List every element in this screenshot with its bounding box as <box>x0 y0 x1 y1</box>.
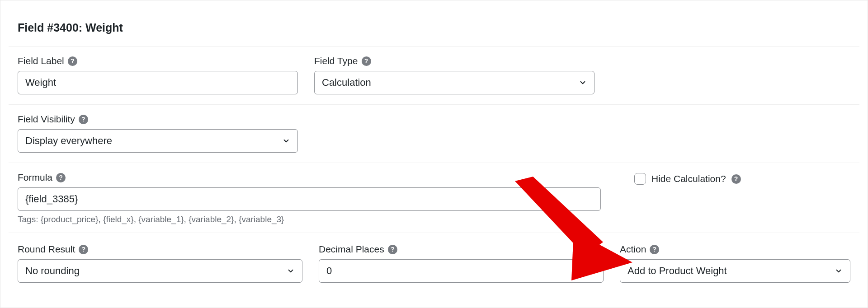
row-visibility: Field Visibility ? Display everywhere <box>9 105 859 153</box>
group-hide-calculation: Hide Calculation? ? <box>617 172 850 185</box>
field-visibility-select[interactable]: Display everywhere <box>18 129 298 153</box>
chevron-down-icon <box>835 267 843 275</box>
row-label-type: Field Label ? Field Type ? Calculation <box>9 47 859 94</box>
select-value: No rounding <box>25 265 80 277</box>
help-icon[interactable]: ? <box>388 245 397 254</box>
help-icon[interactable]: ? <box>362 56 371 66</box>
help-icon[interactable]: ? <box>79 115 88 124</box>
group-field-label: Field Label ? <box>18 56 298 94</box>
help-icon[interactable]: ? <box>650 245 659 254</box>
chevron-down-icon <box>287 267 295 275</box>
help-icon[interactable]: ? <box>731 174 741 184</box>
formula-input[interactable] <box>18 187 601 211</box>
label-text: Action <box>620 244 646 255</box>
label-text: Formula <box>18 172 52 183</box>
field-type-select[interactable]: Calculation <box>314 71 594 94</box>
help-icon[interactable]: ? <box>68 56 77 66</box>
select-value: Add to Product Weight <box>627 265 727 277</box>
label-action: Action ? <box>620 244 850 255</box>
group-round-result: Round Result ? No rounding <box>18 244 302 283</box>
row-round-decimal-action: Round Result ? No rounding Decimal Place… <box>9 233 859 283</box>
label-field-type: Field Type ? <box>314 56 594 66</box>
field-settings-panel: Field #3400: Weight Field Label ? Field … <box>0 0 868 308</box>
group-decimal-places: Decimal Places ? <box>319 244 604 283</box>
label-round-result: Round Result ? <box>18 244 302 255</box>
group-field-type: Field Type ? Calculation <box>314 56 594 94</box>
chevron-down-icon <box>579 79 587 87</box>
label-field-label: Field Label ? <box>18 56 298 66</box>
field-label-input[interactable] <box>18 71 298 94</box>
hide-calculation-label: Hide Calculation? <box>651 173 726 184</box>
row-formula: Formula ? Tags: {product_price}, {field_… <box>9 163 859 233</box>
label-text: Field Type <box>314 56 358 66</box>
chevron-down-icon <box>282 137 290 145</box>
label-text: Round Result <box>18 244 75 255</box>
hide-calculation-checkbox[interactable] <box>634 173 646 185</box>
group-action: Action ? Add to Product Weight <box>620 244 850 283</box>
label-text: Field Label <box>18 56 64 66</box>
select-value: Display everywhere <box>25 135 112 147</box>
round-result-select[interactable]: No rounding <box>18 259 302 283</box>
formula-tags-helper: Tags: {product_price}, {field_x}, {varia… <box>18 211 601 233</box>
panel-title: Field #3400: Weight <box>9 6 859 46</box>
label-formula: Formula ? <box>18 172 601 183</box>
decimal-places-input[interactable] <box>319 259 604 283</box>
group-field-visibility: Field Visibility ? Display everywhere <box>18 114 298 153</box>
label-decimal-places: Decimal Places ? <box>319 244 604 255</box>
help-icon[interactable]: ? <box>56 173 66 182</box>
select-value: Calculation <box>322 77 371 89</box>
group-formula: Formula ? Tags: {product_price}, {field_… <box>18 172 601 233</box>
hide-calculation-row: Hide Calculation? ? <box>634 173 741 185</box>
help-icon[interactable]: ? <box>79 245 88 254</box>
action-select[interactable]: Add to Product Weight <box>620 259 850 283</box>
label-text: Field Visibility <box>18 114 75 125</box>
label-field-visibility: Field Visibility ? <box>18 114 298 125</box>
label-text: Decimal Places <box>319 244 384 255</box>
